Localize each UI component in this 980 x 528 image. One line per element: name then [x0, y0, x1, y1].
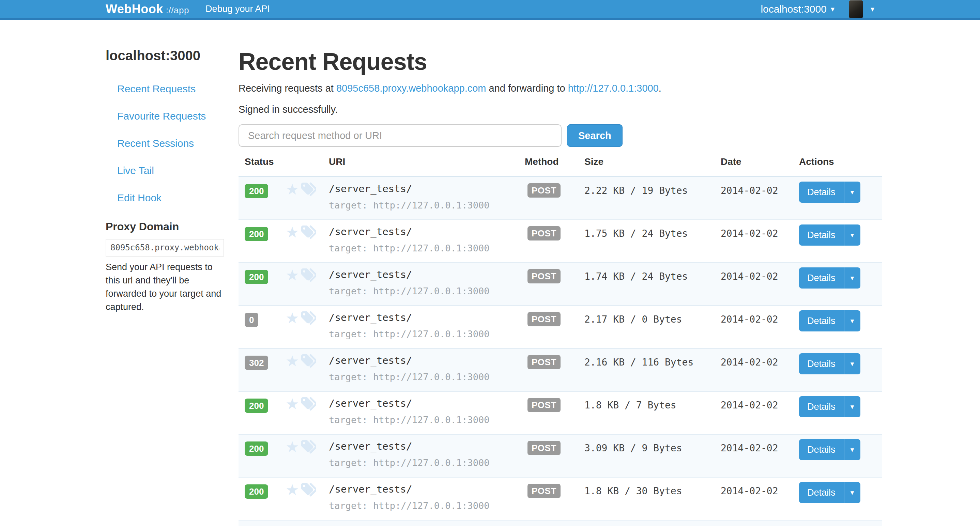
- intro-suffix: .: [659, 83, 662, 94]
- table-row: 0 ★ /server_tests/ target: http://127.0.…: [239, 306, 882, 349]
- details-dropdown-toggle[interactable]: ▾: [845, 353, 861, 374]
- search-input[interactable]: [239, 124, 562, 147]
- receiving-requests-line: Receiving requests at 8095c658.proxy.web…: [239, 81, 882, 95]
- details-dropdown-toggle[interactable]: ▾: [845, 267, 861, 288]
- sidebar-item-recent-requests[interactable]: Recent Requests: [106, 75, 239, 103]
- header-actions: Actions: [799, 156, 882, 167]
- request-date: 2014-02-02: [721, 263, 799, 282]
- tags-icon[interactable]: [300, 353, 316, 369]
- method-badge: POST: [528, 226, 560, 240]
- request-uri: /server_tests/: [329, 484, 525, 495]
- intro-middle: and forwarding to: [486, 83, 568, 94]
- request-uri: /server_tests/: [329, 183, 525, 194]
- main-content: Recent Requests Receiving requests at 80…: [239, 49, 882, 526]
- sidebar-item-live-tail[interactable]: Live Tail: [106, 157, 239, 184]
- favourite-star-icon[interactable]: ★: [286, 396, 299, 412]
- table-row: 200 ★ /server_tests/ target: http://127.…: [239, 263, 882, 306]
- tags-icon[interactable]: [300, 439, 316, 455]
- details-dropdown-toggle[interactable]: ▾: [845, 396, 861, 417]
- header-date: Date: [721, 156, 799, 167]
- details-button[interactable]: Details: [799, 181, 845, 203]
- tags-icon[interactable]: [300, 482, 316, 498]
- tags-icon[interactable]: [300, 181, 316, 197]
- proxy-domain-input[interactable]: [106, 239, 224, 256]
- host-dropdown[interactable]: localhost:3000 ▾: [760, 3, 835, 15]
- header-method: Method: [525, 156, 584, 167]
- status-badge: 0: [245, 313, 258, 327]
- user-avatar[interactable]: [849, 0, 863, 18]
- details-split-button: Details ▾: [799, 439, 861, 460]
- favourite-star-icon[interactable]: ★: [286, 182, 299, 197]
- request-date: 2014-02-02: [721, 349, 799, 368]
- details-button[interactable]: Details: [799, 267, 845, 288]
- tags-icon[interactable]: [300, 224, 316, 240]
- request-size: 1.8 KB / 7 Bytes: [584, 392, 721, 411]
- request-target: target: http://127.0.0.1:3000: [329, 372, 525, 382]
- method-badge: POST: [528, 484, 560, 498]
- request-size: 2.22 KB / 19 Bytes: [584, 177, 721, 196]
- details-button[interactable]: Details: [799, 353, 845, 374]
- sidebar-item-edit-hook[interactable]: Edit Hook: [106, 184, 239, 212]
- proxy-domain-section: Proxy Domain Send your API requests to t…: [106, 220, 224, 314]
- table-row: 200 ★ /server_tests/ target: http://127.…: [239, 220, 882, 263]
- forward-target-link[interactable]: http://127.0.0.1:3000: [568, 83, 659, 94]
- request-target: target: http://127.0.0.1:3000: [329, 458, 525, 468]
- search-button[interactable]: Search: [567, 124, 622, 147]
- table-row: 200 ★ /server_tests/ target: http://127.…: [239, 435, 882, 477]
- request-date: 2014-02-02: [721, 392, 799, 411]
- request-date: 2014-02-02: [721, 477, 799, 497]
- host-dropdown-label: localhost:3000: [760, 3, 826, 15]
- details-dropdown-toggle[interactable]: ▾: [845, 439, 861, 460]
- favourite-star-icon[interactable]: ★: [286, 225, 299, 240]
- details-dropdown-toggle[interactable]: ▾: [845, 181, 861, 203]
- sidebar-item-recent-sessions[interactable]: Recent Sessions: [106, 130, 239, 157]
- request-date: 2014-02-02: [721, 220, 799, 239]
- request-uri: /server_tests/: [329, 398, 525, 409]
- method-badge: POST: [528, 441, 560, 455]
- details-dropdown-toggle[interactable]: ▾: [845, 224, 861, 246]
- favourite-star-icon[interactable]: ★: [286, 482, 299, 497]
- table-row-partial: [239, 520, 882, 526]
- tags-icon[interactable]: [300, 396, 316, 412]
- request-size: 3.09 KB / 9 Bytes: [584, 435, 721, 454]
- proxy-domain-title: Proxy Domain: [106, 220, 224, 233]
- favourite-star-icon[interactable]: ★: [286, 268, 299, 283]
- search-bar: Search: [239, 124, 882, 147]
- details-dropdown-toggle[interactable]: ▾: [845, 482, 861, 503]
- user-menu-caret-icon[interactable]: ▾: [870, 5, 874, 13]
- table-row: 200 ★ /server_tests/ target: http://127.…: [239, 477, 882, 520]
- details-split-button: Details ▾: [799, 482, 861, 503]
- favourite-star-icon[interactable]: ★: [286, 311, 299, 326]
- proxy-url-link[interactable]: 8095c658.proxy.webhookapp.com: [336, 83, 486, 94]
- method-badge: POST: [528, 312, 560, 326]
- favourite-star-icon[interactable]: ★: [286, 354, 299, 369]
- details-button[interactable]: Details: [799, 439, 845, 460]
- header-uri: URI: [329, 156, 525, 167]
- intro-prefix: Receiving requests at: [239, 83, 336, 94]
- status-badge: 200: [245, 227, 268, 241]
- request-size: 2.17 KB / 0 Bytes: [584, 306, 721, 325]
- sidebar-title: localhost:3000: [106, 49, 239, 62]
- favourite-star-icon[interactable]: ★: [286, 439, 299, 455]
- details-split-button: Details ▾: [799, 181, 861, 203]
- tags-icon[interactable]: [300, 267, 316, 283]
- table-body: 200 ★ /server_tests/ target: http://127.…: [239, 177, 882, 520]
- brand-logo[interactable]: WebHook://app: [106, 2, 189, 16]
- request-uri: /server_tests/: [329, 226, 525, 237]
- tags-icon[interactable]: [300, 310, 316, 326]
- details-button[interactable]: Details: [799, 396, 845, 417]
- details-dropdown-toggle[interactable]: ▾: [845, 310, 861, 331]
- status-badge: 302: [245, 356, 268, 370]
- details-split-button: Details ▾: [799, 224, 861, 246]
- details-button[interactable]: Details: [799, 482, 845, 503]
- request-date: 2014-02-02: [721, 177, 799, 196]
- details-button[interactable]: Details: [799, 310, 845, 331]
- sidebar-item-favourite-requests[interactable]: Favourite Requests: [106, 103, 239, 130]
- details-button[interactable]: Details: [799, 224, 845, 246]
- caret-down-icon: ▾: [831, 5, 835, 13]
- header-status: Status: [239, 156, 286, 167]
- debug-your-api-link[interactable]: Debug your API: [205, 4, 270, 14]
- method-badge: POST: [528, 398, 560, 412]
- request-uri: /server_tests/: [329, 355, 525, 366]
- status-badge: 200: [245, 484, 268, 499]
